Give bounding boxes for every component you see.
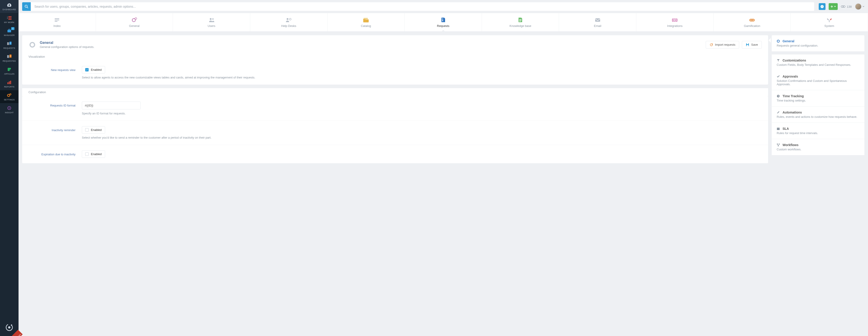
svg-rect-49 bbox=[519, 21, 521, 22]
tab-gamification[interactable]: Gamification bbox=[714, 13, 791, 31]
sidebar-item-timetracking[interactable]: Time Tracking Time tracking settings. bbox=[772, 90, 864, 106]
import-requests-button[interactable]: Import requests bbox=[706, 41, 739, 49]
sidebar-item-approvals[interactable]: Approvals Solution Confirmations and Cus… bbox=[772, 70, 864, 90]
svg-rect-50 bbox=[595, 18, 600, 22]
svg-point-25 bbox=[9, 108, 10, 109]
svg-text:!: ! bbox=[822, 5, 823, 8]
tab-requests[interactable]: Requests bbox=[405, 13, 482, 31]
configuration-heading: Configuration bbox=[22, 88, 768, 96]
svg-rect-20 bbox=[9, 82, 10, 84]
create-button[interactable] bbox=[829, 3, 838, 10]
gauge-icon bbox=[6, 2, 12, 8]
svg-text:!: ! bbox=[10, 42, 11, 44]
tab-kb[interactable]: Knowledge base bbox=[482, 13, 559, 31]
svg-rect-35 bbox=[55, 18, 59, 19]
rail-label: ARTICLES bbox=[4, 73, 14, 75]
sidebar-desc: Time tracking settings. bbox=[777, 99, 860, 102]
svg-rect-57 bbox=[829, 20, 830, 22]
requests-icon: ! bbox=[6, 41, 12, 47]
new-requests-view-toggle[interactable]: ✓ Enabled bbox=[82, 66, 105, 73]
index-icon bbox=[54, 17, 60, 23]
tab-system[interactable]: System bbox=[791, 13, 868, 31]
settings-tabs: Index General Users Help Desks Catalog R… bbox=[19, 13, 868, 32]
svg-rect-21 bbox=[10, 81, 11, 84]
left-nav-rail: DASHBOARD 12 MY WORK 2 MANAGER ! REQUEST… bbox=[0, 0, 19, 137]
sidebar-item-customizations[interactable]: Customizations Custom Fields, Body Templ… bbox=[772, 55, 864, 70]
gear-icon bbox=[777, 39, 780, 43]
page-title: General bbox=[40, 41, 94, 45]
rail-dashboard[interactable]: DASHBOARD bbox=[0, 0, 19, 13]
sidebar-title: Approvals bbox=[782, 74, 798, 78]
rail-articles[interactable]: i ARTICLES bbox=[0, 64, 19, 77]
email-icon bbox=[595, 17, 600, 23]
search-input[interactable] bbox=[31, 2, 814, 11]
refresh-icon bbox=[710, 43, 713, 47]
svg-point-42 bbox=[287, 18, 288, 20]
helpdesk-icon bbox=[285, 17, 292, 23]
rail-label: DASHBOARD bbox=[2, 8, 16, 11]
svg-text:2: 2 bbox=[7, 18, 8, 19]
sidebar-desc: Rules for request time intervals. bbox=[777, 131, 860, 135]
topbar: ! 138 bbox=[19, 0, 868, 13]
field-label: Inactivity reminder bbox=[29, 126, 82, 137]
configuration-section: Requests ID format Specify an ID format … bbox=[22, 96, 768, 137]
gears-icon bbox=[6, 92, 12, 98]
user-menu[interactable] bbox=[855, 3, 864, 10]
requests-id-format-input[interactable] bbox=[82, 101, 141, 110]
rail-reports[interactable]: REPORTS bbox=[0, 77, 19, 90]
sidebar-title: Customizations bbox=[782, 59, 806, 62]
tab-users[interactable]: Users bbox=[173, 13, 250, 31]
rail-label: MANAGER bbox=[4, 34, 15, 36]
tab-helpdesks[interactable]: Help Desks bbox=[250, 13, 328, 31]
tab-general[interactable]: General bbox=[96, 13, 173, 31]
rail-requests[interactable]: ! REQUESTS bbox=[0, 39, 19, 52]
rail-label: REQUESTED bbox=[3, 60, 16, 62]
tab-index[interactable]: Index bbox=[19, 13, 96, 31]
svg-rect-44 bbox=[364, 18, 368, 19]
page-subtitle: General configuration options of request… bbox=[40, 45, 94, 49]
gamepad-icon bbox=[749, 17, 755, 23]
calendar-icon bbox=[777, 127, 780, 130]
svg-point-41 bbox=[212, 18, 214, 20]
rail-label: REQUESTS bbox=[3, 47, 15, 49]
sidebar-desc: Rules, events and actions to customize h… bbox=[777, 115, 860, 119]
folder-icon bbox=[363, 17, 369, 23]
chart-icon bbox=[6, 80, 12, 85]
rail-settings[interactable]: SETTINGS bbox=[0, 90, 19, 103]
tab-label: General bbox=[129, 24, 140, 28]
inactivity-reminder-toggle[interactable]: Enabled bbox=[82, 126, 105, 134]
credits-count: 138 bbox=[847, 5, 852, 8]
credits-icon bbox=[841, 5, 845, 8]
svg-rect-66 bbox=[777, 127, 780, 128]
alert-icon: ! bbox=[820, 5, 824, 8]
sidebar-title: Time Tracking bbox=[782, 94, 804, 98]
request-icon bbox=[441, 17, 445, 23]
rail-mywork[interactable]: 12 MY WORK bbox=[0, 13, 19, 26]
svg-point-43 bbox=[289, 18, 291, 20]
tab-integrations[interactable]: Integrations bbox=[636, 13, 714, 31]
sidebar-item-general[interactable]: General Requests general configuration. bbox=[772, 35, 864, 51]
book-icon: i bbox=[6, 67, 12, 72]
svg-point-63 bbox=[777, 40, 779, 42]
save-button[interactable]: Save bbox=[742, 41, 762, 49]
sidebar-title: General bbox=[782, 39, 794, 43]
sidebar-item-sla[interactable]: SLA Rules for request time intervals. bbox=[772, 123, 864, 137]
tab-email[interactable]: Email bbox=[559, 13, 636, 31]
sidebar-desc: Requests general configuration. bbox=[777, 44, 860, 47]
main-area: General General configuration options of… bbox=[19, 32, 868, 137]
sidebar-item-automations[interactable]: Automations Rules, events and actions to… bbox=[772, 106, 864, 123]
tab-catalog[interactable]: Catalog bbox=[328, 13, 405, 31]
requested-icon: ! bbox=[6, 54, 12, 59]
svg-rect-36 bbox=[55, 20, 59, 20]
gear-icon bbox=[29, 41, 36, 49]
card-header: General General configuration options of… bbox=[22, 35, 768, 53]
avatar bbox=[855, 3, 862, 10]
search-button[interactable] bbox=[22, 2, 31, 11]
rail-label: REPORTS bbox=[4, 86, 14, 88]
rail-requested[interactable]: ! REQUESTED bbox=[0, 52, 19, 64]
tab-label: Knowledge base bbox=[509, 24, 531, 28]
rail-manager[interactable]: 2 MANAGER bbox=[0, 26, 19, 39]
rail-insight[interactable]: INSIGHT bbox=[0, 103, 19, 116]
sidebar-desc: Custom Fields, Body Templates and Canned… bbox=[777, 63, 860, 66]
notifications-button[interactable]: ! bbox=[819, 3, 826, 10]
